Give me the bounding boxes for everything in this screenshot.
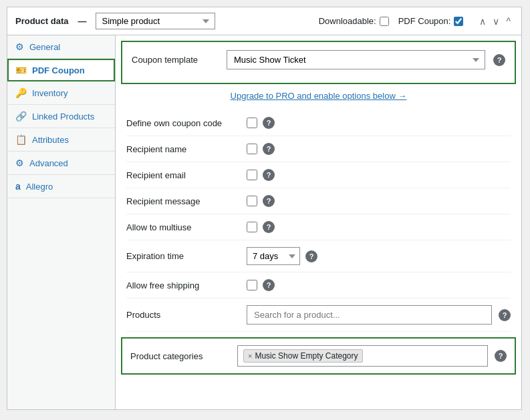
recipient-name-checkbox[interactable]: [247, 144, 257, 154]
pdf-coupon-checkbox[interactable]: [454, 17, 463, 26]
inventory-icon: 🔑: [15, 87, 27, 98]
header-arrows: ∧ ∨ ^: [477, 15, 513, 28]
recipient-name-help-icon[interactable]: ?: [263, 143, 275, 155]
sidebar-item-label: Advanced: [29, 158, 68, 168]
products-label: Products: [126, 310, 240, 320]
coupon-template-label: Coupon template: [132, 55, 219, 65]
expand-button[interactable]: ^: [503, 15, 513, 28]
sidebar-item-label: Linked Products: [32, 112, 94, 122]
category-tags[interactable]: × Music Show Empty Category: [237, 345, 488, 367]
expiration-time-row: Expiration time 7 days 14 days 30 days 6…: [126, 240, 511, 272]
coupon-template-help-icon[interactable]: ?: [493, 54, 505, 66]
product-categories-help-icon[interactable]: ?: [495, 350, 507, 362]
define-own-coupon-code-checkbox[interactable]: [247, 118, 257, 128]
upgrade-link-anchor[interactable]: Upgrade to PRO and enable options below …: [231, 91, 407, 101]
sidebar-item-advanced[interactable]: ⚙ Advanced: [7, 152, 115, 175]
sidebar-item-allegro[interactable]: a Allegro: [7, 175, 115, 198]
recipient-message-row: Recipient message ?: [126, 188, 511, 214]
downloadable-option[interactable]: Downloadable:: [319, 16, 389, 26]
coupon-template-row: Coupon template Music Show Ticket Defaul…: [132, 50, 505, 69]
recipient-name-row: Recipient name ?: [126, 136, 511, 162]
products-help-icon[interactable]: ?: [499, 309, 511, 321]
allow-free-shipping-row: Allow free shipping ?: [126, 272, 511, 298]
allow-free-shipping-help-icon[interactable]: ?: [263, 279, 275, 291]
sidebar-item-pdf-coupon[interactable]: 🎫 PDF Coupon: [7, 59, 115, 81]
allow-multiuse-help-icon[interactable]: ?: [263, 221, 275, 233]
allow-free-shipping-checkbox[interactable]: [247, 280, 257, 290]
recipient-message-checkbox[interactable]: [247, 196, 257, 206]
header-options: Downloadable: PDF Coupon: ∧ ∨ ^: [319, 15, 513, 28]
products-row: Products ?: [126, 298, 511, 332]
sidebar-item-inventory[interactable]: 🔑 Inventory: [7, 81, 115, 105]
allow-free-shipping-label: Allow free shipping: [126, 280, 240, 290]
category-tag: × Music Show Empty Category: [243, 349, 363, 363]
allow-multiuse-row: Allow to multiuse ?: [126, 214, 511, 240]
recipient-message-help-icon[interactable]: ?: [263, 195, 275, 207]
collapse-up-button[interactable]: ∧: [477, 15, 489, 28]
product-type-select[interactable]: Simple product Variable product Grouped …: [96, 13, 215, 29]
sidebar-item-label: General: [29, 42, 60, 52]
expiration-time-control: 7 days 14 days 30 days 60 days 90 days N…: [247, 247, 317, 265]
sidebar-item-linked-products[interactable]: 🔗 Linked Products: [7, 105, 115, 128]
recipient-email-row: Recipient email ?: [126, 162, 511, 188]
allow-multiuse-label: Allow to multiuse: [126, 222, 240, 232]
product-categories-section: Product categories × Music Show Empty Ca…: [121, 337, 516, 375]
upgrade-link: Upgrade to PRO and enable options below …: [116, 84, 521, 110]
linked-products-icon: 🔗: [15, 111, 27, 122]
allow-multiuse-control: ?: [247, 221, 275, 233]
downloadable-checkbox[interactable]: [380, 17, 389, 26]
sidebar-item-label: Attributes: [32, 135, 69, 145]
general-icon: ⚙: [15, 41, 24, 52]
pdf-coupon-option[interactable]: PDF Coupon:: [398, 16, 464, 26]
expiration-time-label: Expiration time: [126, 251, 240, 261]
pdf-coupon-icon: 🎫: [15, 65, 27, 75]
product-data-title: Product data: [15, 16, 68, 26]
expiration-time-select[interactable]: 7 days 14 days 30 days 60 days 90 days N…: [247, 247, 300, 265]
allow-free-shipping-control: ?: [247, 279, 275, 291]
form-fields: Define own coupon code ? Recipient name …: [116, 110, 521, 332]
product-data-body: ⚙ General 🎫 PDF Coupon 🔑 Inventory 🔗 Lin…: [7, 35, 521, 409]
product-data-panel: Product data — Simple product Variable p…: [7, 7, 522, 410]
products-search-wrapper: [247, 305, 492, 325]
coupon-template-select[interactable]: Music Show Ticket Default: [227, 50, 485, 69]
expiration-time-help-icon[interactable]: ?: [305, 250, 317, 262]
recipient-name-label: Recipient name: [126, 144, 240, 154]
recipient-message-control: ?: [247, 195, 275, 207]
attributes-icon: 📋: [15, 134, 27, 145]
product-categories-label: Product categories: [130, 351, 231, 361]
sidebar-item-label: Inventory: [32, 88, 68, 98]
sidebar-item-label: Allegro: [26, 182, 53, 192]
advanced-icon: ⚙: [15, 158, 24, 168]
pdf-coupon-label: PDF Coupon:: [398, 16, 451, 26]
recipient-email-label: Recipient email: [126, 170, 240, 180]
header-separator: —: [78, 16, 86, 26]
recipient-email-checkbox[interactable]: [247, 170, 257, 180]
category-tag-remove[interactable]: ×: [248, 352, 252, 360]
define-own-coupon-code-label: Define own coupon code: [126, 118, 240, 128]
coupon-template-section: Coupon template Music Show Ticket Defaul…: [121, 41, 516, 84]
main-content: Coupon template Music Show Ticket Defaul…: [116, 35, 521, 409]
products-search-input[interactable]: [247, 305, 492, 325]
category-tag-label: Music Show Empty Category: [255, 351, 358, 361]
recipient-email-control: ?: [247, 169, 275, 181]
allow-multiuse-checkbox[interactable]: [247, 222, 257, 232]
sidebar-item-attributes[interactable]: 📋 Attributes: [7, 128, 115, 152]
define-own-help-icon[interactable]: ?: [263, 117, 275, 129]
define-own-coupon-code-row: Define own coupon code ?: [126, 110, 511, 136]
sidebar-item-general[interactable]: ⚙ General: [7, 35, 115, 59]
coupon-template-select-wrapper: Music Show Ticket Default: [227, 50, 485, 69]
recipient-name-control: ?: [247, 143, 275, 155]
downloadable-label: Downloadable:: [319, 16, 376, 26]
define-own-coupon-code-control: ?: [247, 117, 275, 129]
sidebar-item-label: PDF Coupon: [32, 65, 85, 75]
allegro-icon: a: [15, 181, 21, 192]
product-data-header: Product data — Simple product Variable p…: [7, 7, 521, 35]
recipient-email-help-icon[interactable]: ?: [263, 169, 275, 181]
collapse-down-button[interactable]: ∨: [490, 15, 502, 28]
recipient-message-label: Recipient message: [126, 196, 240, 206]
sidebar: ⚙ General 🎫 PDF Coupon 🔑 Inventory 🔗 Lin…: [7, 35, 116, 409]
